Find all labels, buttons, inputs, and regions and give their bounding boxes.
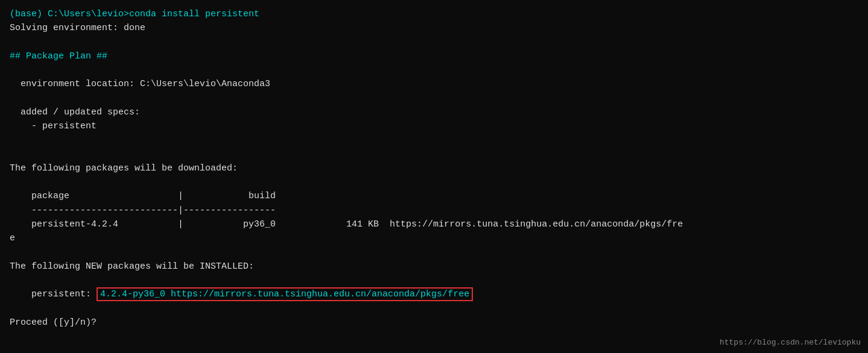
empty-line-6 — [10, 175, 858, 189]
install-highlight: 4.2.4-py36_0 https://mirrors.tuna.tsingh… — [97, 287, 473, 301]
empty-line-8 — [10, 273, 858, 287]
table-cont-line: e — [10, 231, 858, 245]
command-line: (base) C:\Users\levio>conda install pers… — [10, 7, 858, 21]
persistent-spec-line: - persistent — [10, 119, 858, 133]
env-location-line: environment location: C:\Users\levio\Ana… — [10, 77, 858, 91]
download-header-line: The following packages will be downloade… — [10, 161, 858, 175]
empty-line-1 — [10, 36, 858, 49]
terminal-window: (base) C:\Users\levio>conda install pers… — [0, 0, 868, 353]
new-packages-line: The following NEW packages will be INSTA… — [10, 260, 858, 273]
solving-line: Solving environment: done — [10, 21, 858, 35]
package-plan-line: ## Package Plan ## — [10, 49, 858, 63]
watermark: https://blog.csdn.net/leviopku — [720, 337, 861, 349]
install-line: persistent: 4.2.4-py36_0 https://mirrors… — [10, 287, 858, 301]
table-header-line: package | build — [10, 189, 858, 203]
table-sep-line: ---------------------------|------------… — [10, 204, 858, 217]
empty-line-7 — [10, 245, 858, 259]
proceed-line[interactable]: Proceed ([y]/n)? — [10, 316, 858, 330]
table-row-pkg: persistent-4.2.4 | py36_0 141 KB https:/… — [10, 219, 683, 230]
empty-line-3 — [10, 92, 858, 105]
empty-line-2 — [10, 63, 858, 77]
empty-line-5 — [10, 148, 858, 161]
empty-line-9 — [10, 301, 858, 315]
table-row-line: persistent-4.2.4 | py36_0 141 KB https:/… — [10, 217, 858, 231]
empty-line-4 — [10, 133, 858, 147]
added-specs-line: added / updated specs: — [10, 105, 858, 119]
